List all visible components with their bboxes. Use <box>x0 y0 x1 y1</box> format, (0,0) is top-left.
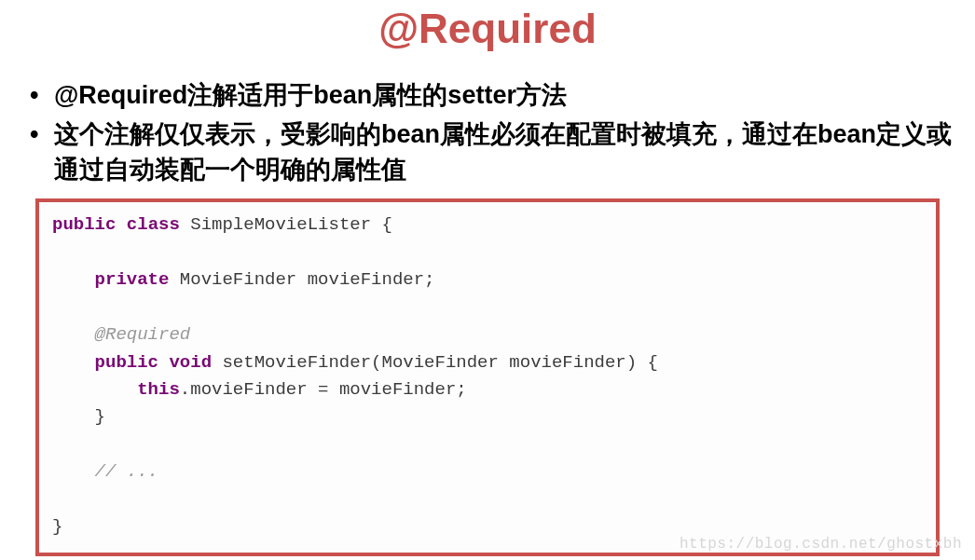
method-name: setMovieFinder <box>222 352 371 373</box>
keyword-public: public <box>52 214 116 235</box>
bullet-item: 这个注解仅仅表示，受影响的bean属性必须在配置时被填充，通过在bean定义或通… <box>28 117 956 188</box>
class-name: SimpleMovieLister <box>190 214 371 235</box>
comment: // ... <box>95 461 158 482</box>
assign-rhs: movieFinder; <box>339 379 467 400</box>
code-block-frame: public class SimpleMovieLister { private… <box>35 198 940 555</box>
bullet-item: @Required注解适用于bean属性的setter方法 <box>28 78 956 114</box>
keyword-void: void <box>169 352 212 373</box>
assign-eq: = <box>308 379 339 400</box>
field-name: movieFinder <box>308 269 424 290</box>
param-type: MovieFinder <box>382 352 499 373</box>
keyword-this: this <box>137 379 180 400</box>
param-name: movieFinder <box>509 352 625 373</box>
annotation: @Required <box>95 324 191 345</box>
code-block: public class SimpleMovieLister { private… <box>52 212 923 540</box>
slide-title: @Required <box>0 6 975 52</box>
brace-open: { <box>637 352 658 373</box>
paren-close: ) <box>626 352 637 373</box>
semicolon: ; <box>424 269 434 290</box>
watermark: https://blog.csdn.net/ghostxbh <box>680 536 962 553</box>
brace-open: { <box>371 214 392 235</box>
paren-open: ( <box>371 352 381 373</box>
keyword-public: public <box>95 352 158 373</box>
brace-close: } <box>95 406 105 427</box>
keyword-private: private <box>95 269 170 290</box>
assign-lhs: .movieFinder <box>180 379 308 400</box>
field-type: MovieFinder <box>180 269 296 290</box>
keyword-class: class <box>127 214 180 235</box>
brace-close: } <box>52 516 62 537</box>
bullet-list: @Required注解适用于bean属性的setter方法 这个注解仅仅表示，受… <box>0 78 975 187</box>
